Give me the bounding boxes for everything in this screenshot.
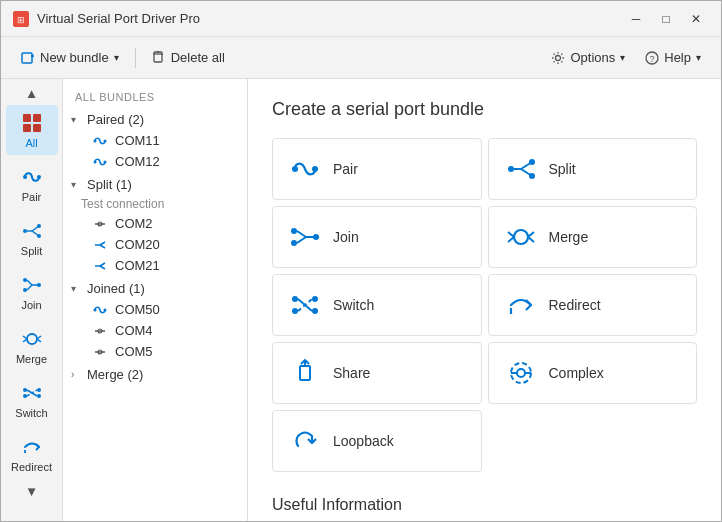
help-button[interactable]: ? Help ▾ [637,46,709,69]
new-bundle-chevron: ▾ [114,52,119,63]
tree-item-com21[interactable]: COM21 [63,255,247,276]
tree-group-joined-header[interactable]: ▾ Joined (1) [63,278,247,299]
svg-point-59 [292,166,298,172]
svg-point-61 [508,166,514,172]
sidebar-item-pair-label: Pair [22,191,42,203]
merge-card-icon [505,221,537,253]
toolbar-right: Options ▾ ? Help ▾ [543,46,709,69]
svg-point-22 [37,234,41,238]
app-icon: ⊞ [13,11,29,27]
tree-panel: ALL BUNDLES ▾ Paired (2) COM11 [63,79,248,521]
tree-group-joined: ▾ Joined (1) COM50 COM4 [63,278,247,362]
bundle-card-split-label: Split [549,161,576,177]
window-title: Virtual Serial Port Driver Pro [37,11,200,26]
svg-point-68 [291,240,297,246]
tree-item-com11[interactable]: COM11 [63,130,247,151]
svg-point-37 [37,394,41,398]
tree-item-com12[interactable]: COM12 [63,151,247,172]
split-icon [20,219,44,243]
bundle-card-complex-label: Complex [549,365,604,381]
sidebar-item-join-label: Join [21,299,41,311]
options-label: Options [570,50,615,65]
tree-item-com2-label: COM2 [115,216,153,231]
bundle-card-loopback[interactable]: Loopback [272,410,482,472]
svg-point-16 [37,175,41,179]
svg-point-17 [23,229,27,233]
svg-point-53 [94,308,97,311]
split-item-icon-2 [93,259,109,273]
share-card-icon [289,357,321,389]
svg-point-73 [514,230,528,244]
svg-point-43 [94,160,97,163]
sidebar-item-redirect[interactable]: Redirect [6,429,58,479]
sidebar-item-pair[interactable]: Pair [6,159,58,209]
chevron-paired: ▾ [71,114,83,125]
svg-line-77 [528,237,534,242]
new-bundle-icon [21,51,35,65]
svg-point-36 [37,388,41,392]
tree-item-com2[interactable]: COM2 [63,213,247,234]
tree-sub-label-test: Test connection [63,195,247,213]
svg-point-81 [312,308,318,314]
sidebar-item-split[interactable]: Split [6,213,58,263]
svg-line-51 [100,263,105,266]
delete-all-button[interactable]: Delete all [144,46,233,69]
all-icon [20,111,44,135]
svg-line-69 [297,231,306,237]
bundle-card-switch[interactable]: Switch [272,274,482,336]
svg-line-26 [27,285,32,290]
svg-point-28 [37,283,41,287]
redirect-card-icon [505,289,537,321]
tree-item-com20-label: COM20 [115,237,160,252]
sidebar-item-switch[interactable]: Switch [6,375,58,425]
tree-item-com50[interactable]: COM50 [63,299,247,320]
delete-all-icon [152,51,166,65]
bundle-grid: Pair Split [272,138,697,472]
tree-item-com5[interactable]: COM5 [63,341,247,362]
tree-group-split-header[interactable]: ▾ Split (1) [63,174,247,195]
minimize-button[interactable]: ─ [623,9,649,29]
bundle-card-redirect-label: Redirect [549,297,601,313]
svg-point-15 [23,175,27,179]
bundle-card-switch-label: Switch [333,297,374,313]
main-panel: Create a serial port bundle Pair [248,79,721,521]
svg-line-49 [100,245,105,248]
pair-item-icon-3 [93,303,109,317]
tree-group-merge-label: Merge (2) [87,367,143,382]
new-bundle-button[interactable]: New bundle ▾ [13,46,127,69]
nav-scroll-up-button[interactable]: ▲ [6,83,58,103]
bundle-card-join[interactable]: Join [272,206,482,268]
tree-group-paired-header[interactable]: ▾ Paired (2) [63,109,247,130]
options-button[interactable]: Options ▾ [543,46,633,69]
svg-point-42 [104,139,107,142]
create-title: Create a serial port bundle [272,99,697,120]
bundle-card-share[interactable]: Share [272,342,482,404]
maximize-button[interactable]: □ [653,9,679,29]
bundle-card-pair[interactable]: Pair [272,138,482,200]
bundle-card-complex[interactable]: Complex [488,342,698,404]
tree-group-merge-header[interactable]: › Merge (2) [63,364,247,385]
sidebar-item-redirect-label: Redirect [11,461,52,473]
svg-point-67 [291,228,297,234]
sidebar-item-all[interactable]: All [6,105,58,155]
bundle-card-redirect[interactable]: Redirect [488,274,698,336]
svg-rect-14 [33,124,41,132]
switch-icon [20,381,44,405]
svg-point-24 [23,288,27,292]
join-icon [20,273,44,297]
sidebar-item-join[interactable]: Join [6,267,58,317]
tree-item-com4[interactable]: COM4 [63,320,247,341]
tree-section-header: ALL BUNDLES [63,87,247,109]
pair-icon [20,165,44,189]
tree-item-com20[interactable]: COM20 [63,234,247,255]
bundle-card-merge[interactable]: Merge [488,206,698,268]
bundle-card-split[interactable]: Split [488,138,698,200]
sidebar-item-merge[interactable]: Merge [6,321,58,371]
help-icon: ? [645,51,659,65]
toolbar-left: New bundle ▾ Delete all [13,46,233,69]
close-button[interactable]: ✕ [683,9,709,29]
pair-item-icon [93,134,109,148]
svg-point-41 [94,139,97,142]
pair-card-icon [289,153,321,185]
nav-scroll-down-button[interactable]: ▼ [6,481,58,501]
